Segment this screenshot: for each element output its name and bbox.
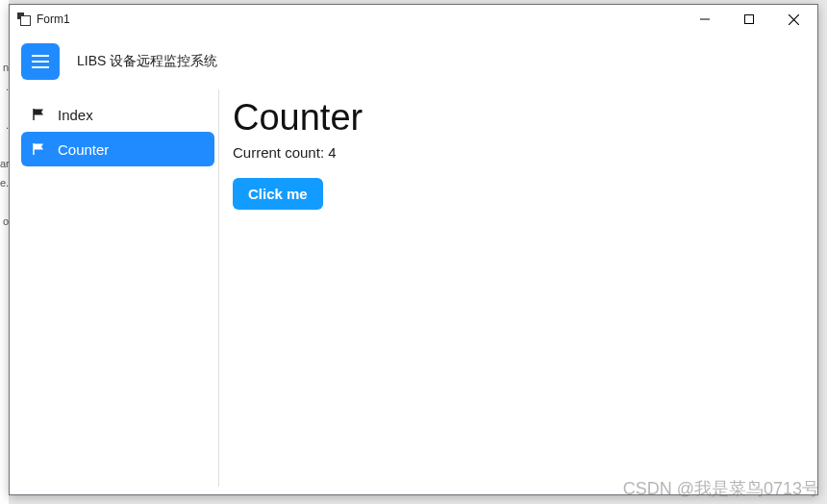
sidebar-item-counter[interactable]: Counter xyxy=(21,132,214,166)
count-display: Current count: 4 xyxy=(233,144,796,161)
click-me-button[interactable]: Click me xyxy=(233,178,323,210)
app-title: LIBS 设备远程监控系统 xyxy=(77,53,217,70)
sidebar-item-index[interactable]: Index xyxy=(21,97,214,132)
window-title: Form1 xyxy=(37,13,70,26)
titlebar[interactable]: Form1 xyxy=(10,5,817,34)
flag-icon xyxy=(33,143,48,155)
svg-rect-0 xyxy=(745,15,754,24)
app-header: LIBS 设备远程监控系统 xyxy=(17,41,810,82)
menu-toggle-button[interactable] xyxy=(21,43,60,80)
page-heading: Counter xyxy=(233,97,796,139)
maximize-button[interactable] xyxy=(727,5,771,34)
main-content: Counter Current count: 4 Click me xyxy=(219,89,810,487)
sidebar: Index Counter xyxy=(17,89,219,487)
sidebar-item-label: Index xyxy=(58,107,93,123)
count-value: 4 xyxy=(328,144,336,161)
sidebar-item-label: Counter xyxy=(58,141,109,158)
close-button[interactable] xyxy=(771,5,815,34)
app-window: Form1 LIBS 设备远程监控系统 xyxy=(9,4,818,495)
app-icon xyxy=(17,13,31,26)
flag-icon xyxy=(33,109,48,120)
minimize-button[interactable] xyxy=(683,5,727,34)
